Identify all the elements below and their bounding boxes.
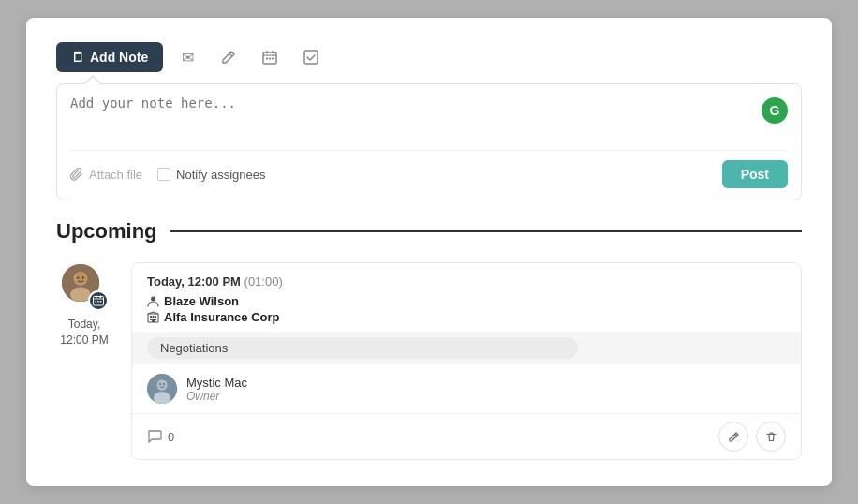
email-icon: ✉ bbox=[182, 49, 194, 67]
delete-event-button[interactable] bbox=[756, 422, 786, 452]
check-icon bbox=[303, 50, 318, 65]
svg-rect-14 bbox=[96, 296, 97, 299]
svg-rect-25 bbox=[155, 319, 156, 320]
person-icon bbox=[147, 295, 159, 307]
post-button[interactable]: Post bbox=[722, 160, 788, 188]
svg-rect-6 bbox=[304, 51, 318, 64]
svg-rect-18 bbox=[100, 301, 102, 303]
tag-row: Negotiations bbox=[132, 332, 801, 364]
attach-file-button[interactable]: Attach file bbox=[70, 168, 142, 182]
comment-icon bbox=[147, 429, 162, 444]
svg-rect-23 bbox=[155, 316, 156, 318]
grammarly-icon: G bbox=[762, 97, 788, 124]
add-note-label: Add Note bbox=[90, 50, 148, 65]
svg-point-32 bbox=[163, 383, 165, 385]
calendar-icon bbox=[262, 50, 277, 65]
event-card: Today, 12:00 PM (01:00) Blaze Wilson bbox=[131, 262, 802, 460]
event-time-label: Today, 12:00 PM bbox=[60, 317, 108, 348]
upcoming-title: Upcoming bbox=[56, 219, 157, 244]
svg-rect-4 bbox=[269, 58, 271, 60]
svg-rect-26 bbox=[152, 319, 155, 322]
owner-role: Owner bbox=[186, 390, 247, 403]
calendar-badge-icon bbox=[93, 295, 104, 306]
upcoming-header: Upcoming bbox=[56, 219, 802, 244]
note-textarea[interactable] bbox=[70, 96, 788, 141]
notify-assignees-label: Notify assignees bbox=[157, 168, 265, 182]
footer-actions bbox=[718, 422, 786, 452]
building-icon bbox=[147, 311, 159, 323]
svg-rect-1 bbox=[266, 51, 268, 53]
event-row: Today, 12:00 PM Today, 12:00 PM (01:00) … bbox=[56, 262, 802, 460]
note-footer: Attach file Notify assignees Post bbox=[70, 150, 788, 188]
comment-count: 0 bbox=[147, 429, 174, 444]
owner-avatar bbox=[147, 374, 177, 404]
event-company: Alfa Insurance Corp bbox=[147, 310, 786, 324]
event-avatar-col: Today, 12:00 PM bbox=[56, 262, 112, 348]
pencil-icon bbox=[221, 50, 236, 65]
edit-icon bbox=[728, 431, 740, 443]
note-area: G Attach file Notify assignees Post bbox=[56, 83, 802, 200]
negotiation-tag: Negotiations bbox=[147, 337, 578, 359]
svg-point-12 bbox=[82, 276, 84, 278]
upcoming-divider bbox=[170, 230, 802, 232]
email-button[interactable]: ✉ bbox=[170, 40, 204, 74]
svg-rect-2 bbox=[272, 51, 274, 53]
svg-rect-5 bbox=[272, 58, 274, 60]
owner-info: Mystic Mac Owner bbox=[186, 376, 247, 403]
svg-rect-3 bbox=[266, 58, 268, 60]
svg-rect-24 bbox=[150, 319, 152, 320]
svg-rect-22 bbox=[153, 316, 155, 318]
notify-checkbox[interactable] bbox=[157, 168, 170, 181]
svg-rect-21 bbox=[150, 316, 152, 318]
edit-button[interactable] bbox=[212, 40, 245, 74]
comment-number: 0 bbox=[168, 430, 174, 444]
event-duration: (01:00) bbox=[244, 274, 283, 289]
svg-point-11 bbox=[77, 276, 79, 278]
svg-point-30 bbox=[157, 380, 167, 390]
paperclip-icon bbox=[70, 168, 83, 181]
event-card-owner: Mystic Mac Owner bbox=[132, 364, 801, 413]
edit-event-button[interactable] bbox=[718, 422, 748, 452]
event-card-header: Today, 12:00 PM (01:00) Blaze Wilson bbox=[132, 263, 801, 332]
avatar-stack bbox=[60, 262, 109, 311]
note-footer-left: Attach file Notify assignees bbox=[70, 168, 265, 182]
svg-point-19 bbox=[151, 297, 155, 302]
calendar-badge bbox=[88, 290, 109, 311]
svg-rect-17 bbox=[97, 301, 99, 303]
svg-point-31 bbox=[159, 383, 161, 385]
event-card-footer: 0 bbox=[132, 413, 801, 459]
toolbar: 🗒 Add Note ✉ bbox=[56, 40, 802, 74]
attach-file-label: Attach file bbox=[89, 168, 142, 182]
calendar-button[interactable] bbox=[253, 40, 287, 74]
svg-rect-16 bbox=[96, 301, 97, 303]
event-datetime: Today, 12:00 PM (01:00) bbox=[147, 274, 786, 289]
add-note-button[interactable]: 🗒 Add Note bbox=[56, 42, 163, 72]
svg-rect-15 bbox=[100, 296, 102, 299]
owner-avatar-svg bbox=[147, 374, 177, 404]
event-person: Blaze Wilson bbox=[147, 294, 786, 308]
svg-point-10 bbox=[75, 273, 87, 285]
owner-name: Mystic Mac bbox=[186, 376, 247, 390]
check-button[interactable] bbox=[294, 40, 328, 74]
main-card: 🗒 Add Note ✉ bbox=[26, 18, 832, 486]
trash-icon bbox=[765, 431, 777, 443]
note-icon: 🗒 bbox=[71, 50, 84, 65]
